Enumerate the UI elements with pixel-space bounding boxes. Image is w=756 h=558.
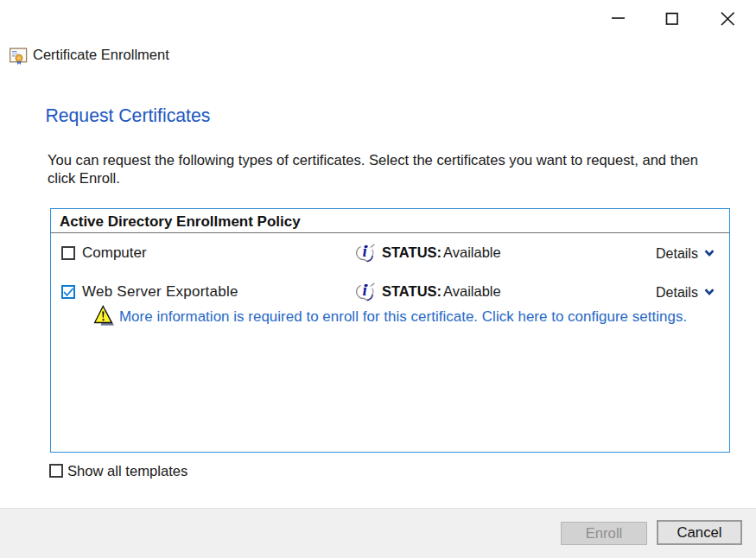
svg-text:i: i [362, 244, 367, 260]
svg-text:i: i [362, 282, 367, 299]
